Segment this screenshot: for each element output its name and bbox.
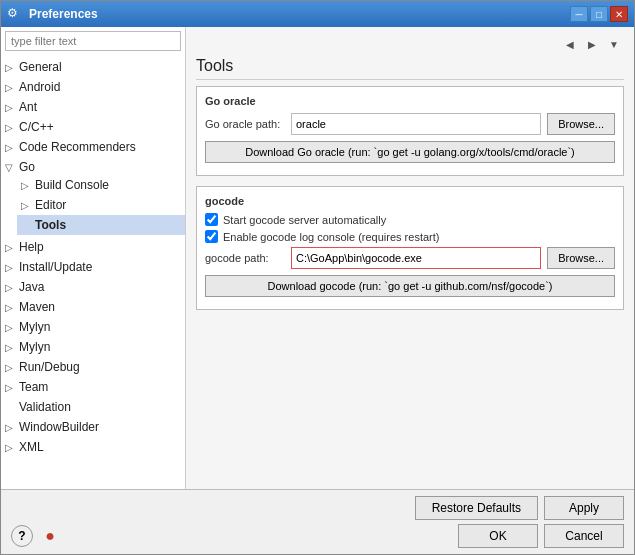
expand-icon: ▷ [21, 200, 35, 211]
sidebar-item-code-recommenders[interactable]: ▷ Code Recommenders [1, 137, 185, 157]
gocode-checkbox1-label: Start gocode server automatically [223, 214, 386, 226]
gocode-download-button[interactable]: Download gocode (run: `go get -u github.… [205, 275, 615, 297]
dropdown-button[interactable]: ▼ [604, 35, 624, 53]
content-area: ▷ General ▷ Android ▷ Ant [1, 27, 634, 489]
toolbar: ◀ ▶ ▼ [196, 35, 624, 53]
filter-input[interactable] [5, 31, 181, 51]
window-title: Preferences [29, 7, 564, 21]
expand-icon: ▷ [5, 262, 19, 273]
gocode-checkbox2-row: Enable gocode log console (requires rest… [205, 230, 615, 243]
expand-icon: ▷ [5, 382, 19, 393]
expand-icon: ▷ [5, 62, 19, 73]
sidebar-item-help[interactable]: ▷ Help [1, 237, 185, 257]
sidebar-item-ant[interactable]: ▷ Ant [1, 97, 185, 117]
sidebar-item-java[interactable]: ▷ Java [1, 277, 185, 297]
sidebar-item-run-debug[interactable]: ▷ Run/Debug [1, 357, 185, 377]
sidebar-item-android[interactable]: ▷ Android [1, 77, 185, 97]
spacer [5, 402, 19, 413]
ok-cancel-row: OK Cancel [458, 524, 624, 548]
main-panel: ◀ ▶ ▼ Tools Go oracle Go oracle path: Br… [186, 27, 634, 489]
expand-icon: ▽ [5, 162, 19, 173]
ok-button[interactable]: OK [458, 524, 538, 548]
go-oracle-download-button[interactable]: Download Go oracle (run: `go get -u gola… [205, 141, 615, 163]
expand-icon: ▷ [5, 322, 19, 333]
maximize-button[interactable]: □ [590, 6, 608, 22]
sidebar-item-windowbuilder[interactable]: ▷ WindowBuilder [1, 417, 185, 437]
go-oracle-heading: Go oracle [205, 95, 615, 107]
gocode-log-checkbox[interactable] [205, 230, 218, 243]
sidebar-item-oomph[interactable]: ▷ Mylyn [1, 337, 185, 357]
gocode-heading: gocode [205, 195, 615, 207]
sidebar-item-general[interactable]: ▷ General [1, 57, 185, 77]
expand-icon: ▷ [5, 422, 19, 433]
sidebar-item-install-update[interactable]: ▷ Install/Update [1, 257, 185, 277]
gocode-path-row: gocode path: Browse... [205, 247, 615, 269]
cancel-button[interactable]: Cancel [544, 524, 624, 548]
bottom-bar: Restore Defaults Apply ? ● OK Cancel [1, 489, 634, 554]
sidebar-item-editor[interactable]: ▷ Editor [17, 195, 185, 215]
restore-defaults-button[interactable]: Restore Defaults [415, 496, 538, 520]
sidebar-item-build-console[interactable]: ▷ Build Console [17, 175, 185, 195]
go-oracle-path-input[interactable] [291, 113, 541, 135]
help-icon-button[interactable]: ? [11, 525, 33, 547]
title-bar: ⚙ Preferences ─ □ ✕ [1, 1, 634, 27]
expand-icon: ▷ [5, 122, 19, 133]
apply-button[interactable]: Apply [544, 496, 624, 520]
panel-title: Tools [196, 57, 624, 80]
forward-button[interactable]: ▶ [582, 35, 602, 53]
back-button[interactable]: ◀ [560, 35, 580, 53]
sidebar-item-validation[interactable]: Validation [1, 397, 185, 417]
gocode-path-input[interactable] [291, 247, 541, 269]
sidebar: ▷ General ▷ Android ▷ Ant [1, 27, 186, 489]
sidebar-item-maven[interactable]: ▷ Maven [1, 297, 185, 317]
expand-icon: ▷ [5, 302, 19, 313]
tree-area: ▷ General ▷ Android ▷ Ant [1, 55, 185, 489]
expand-icon: ▷ [5, 282, 19, 293]
gocode-section: gocode Start gocode server automatically… [196, 186, 624, 310]
gocode-path-label: gocode path: [205, 252, 285, 264]
window-icon: ⚙ [7, 6, 23, 22]
sidebar-item-go[interactable]: ▽ Go ▷ Build Console ▷ [1, 157, 185, 237]
sidebar-item-mylyn[interactable]: ▷ Mylyn [1, 317, 185, 337]
spacer [21, 220, 35, 231]
go-oracle-path-row: Go oracle path: Browse... [205, 113, 615, 135]
gocode-server-checkbox[interactable] [205, 213, 218, 226]
sidebar-item-team[interactable]: ▷ Team [1, 377, 185, 397]
go-oracle-path-label: Go oracle path: [205, 118, 285, 130]
go-oracle-section: Go oracle Go oracle path: Browse... Down… [196, 86, 624, 176]
sidebar-item-tools[interactable]: Tools [17, 215, 185, 235]
expand-icon: ▷ [5, 82, 19, 93]
expand-icon: ▷ [5, 102, 19, 113]
gocode-checkbox2-label: Enable gocode log console (requires rest… [223, 231, 439, 243]
expand-icon: ▷ [5, 342, 19, 353]
bottom-icons: ? ● [11, 525, 61, 547]
expand-icon: ▷ [21, 180, 35, 191]
preferences-window: ⚙ Preferences ─ □ ✕ ▷ General ▷ [0, 0, 635, 555]
window-controls: ─ □ ✕ [570, 6, 628, 22]
restore-apply-row: Restore Defaults Apply [11, 496, 624, 520]
close-button[interactable]: ✕ [610, 6, 628, 22]
minimize-button[interactable]: ─ [570, 6, 588, 22]
sidebar-item-cpp[interactable]: ▷ C/C++ [1, 117, 185, 137]
go-children: ▷ Build Console ▷ Editor [1, 175, 185, 235]
record-icon-button[interactable]: ● [39, 525, 61, 547]
gocode-checkbox1-row: Start gocode server automatically [205, 213, 615, 226]
expand-icon: ▷ [5, 362, 19, 373]
go-oracle-browse-button[interactable]: Browse... [547, 113, 615, 135]
gocode-browse-button[interactable]: Browse... [547, 247, 615, 269]
expand-icon: ▷ [5, 242, 19, 253]
expand-icon: ▷ [5, 142, 19, 153]
expand-icon: ▷ [5, 442, 19, 453]
sidebar-item-xml[interactable]: ▷ XML [1, 437, 185, 457]
